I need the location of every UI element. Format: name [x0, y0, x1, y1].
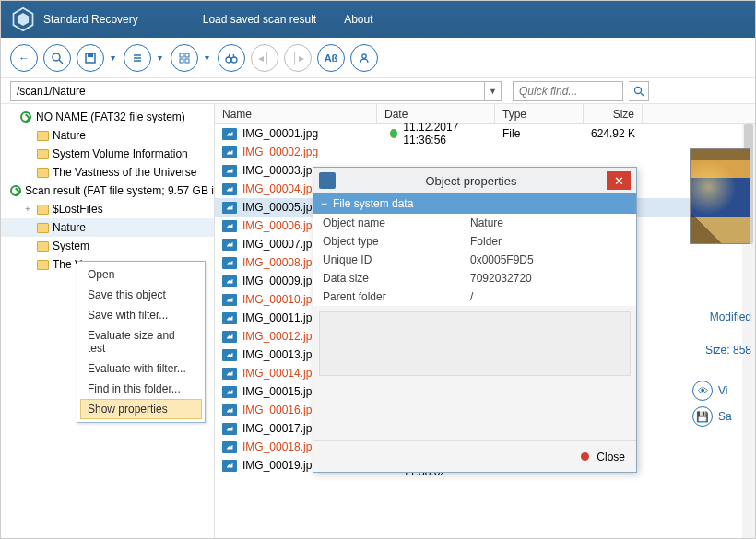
path-dropdown[interactable]: ▼	[485, 81, 502, 101]
preview-thumbnail	[690, 148, 750, 244]
tree-label: Nature	[53, 221, 86, 234]
image-icon	[222, 183, 237, 195]
user-button[interactable]	[350, 44, 378, 72]
tree-item[interactable]: Nature	[1, 126, 214, 145]
search-button[interactable]	[43, 44, 71, 72]
folder-icon	[36, 260, 49, 270]
svg-line-19	[641, 93, 644, 96]
file-name: IMG_00006.jpg	[242, 219, 318, 232]
tree-item[interactable]: Nature	[1, 218, 214, 237]
file-name: IMG_00002.jpg	[242, 146, 318, 158]
tree-item[interactable]: +$LostFiles	[1, 200, 214, 218]
tree-label: System Volume Information	[53, 147, 188, 160]
preview-panel: Modified Size: 858 👁Vi 💾Sa	[685, 143, 755, 432]
props-row: Unique ID0x0005F9D5	[313, 251, 636, 269]
list-dropdown[interactable]	[154, 44, 165, 72]
list-button[interactable]	[124, 44, 151, 72]
quickfind-input[interactable]	[513, 81, 623, 101]
quickfind-button[interactable]	[629, 81, 649, 101]
ctx-item[interactable]: Open	[80, 264, 202, 285]
svg-point-2	[53, 53, 60, 61]
ctx-item[interactable]: Show properties	[80, 399, 202, 419]
tree-item[interactable]: System	[1, 237, 214, 255]
folder-icon	[36, 223, 49, 233]
props-title: Object properties	[336, 174, 607, 188]
tree-label: System	[53, 240, 89, 252]
props-row: Data size7092032720	[313, 269, 636, 287]
image-icon	[222, 220, 237, 232]
col-size[interactable]: Size	[584, 104, 643, 123]
back-button[interactable]: ←	[10, 44, 38, 72]
toolbar: ← ◂│ │▸ Aß	[1, 38, 755, 78]
props-close-button[interactable]: ✕	[607, 171, 631, 190]
tree-item[interactable]: The Vastness of the Universe	[1, 163, 214, 182]
svg-rect-10	[185, 53, 189, 57]
file-name: IMG_00008.jpg	[242, 256, 318, 269]
tree-item[interactable]: NO NAME (FAT32 file system)	[1, 108, 214, 126]
preview-save-button[interactable]: 💾Sa	[685, 406, 755, 427]
image-icon	[222, 349, 237, 361]
file-name: IMG_00007.jpg	[242, 238, 318, 251]
save-dropdown[interactable]	[107, 44, 118, 72]
tree-item[interactable]: System Volume Information	[1, 145, 214, 163]
image-icon	[222, 368, 237, 380]
folder-icon	[36, 241, 49, 252]
props-close-link[interactable]: Close	[597, 451, 625, 463]
preview-view-button[interactable]: 👁Vi	[685, 381, 755, 401]
svg-rect-12	[185, 59, 189, 63]
close-dot-icon	[581, 452, 589, 461]
next-button: │▸	[284, 44, 312, 72]
file-name: IMG_00014.jpg	[242, 367, 318, 380]
grid-dropdown[interactable]	[201, 44, 212, 72]
image-icon	[222, 312, 237, 324]
file-name: IMG_00004.jpg	[242, 182, 318, 195]
image-icon	[222, 404, 237, 416]
ctx-item[interactable]: Find in this folder...	[80, 379, 202, 399]
file-name: IMG_00001.jpg	[242, 127, 318, 140]
tree-item[interactable]: Scan result (FAT file system; 9.57 GB in…	[1, 182, 214, 200]
image-icon	[222, 257, 237, 269]
ctx-item[interactable]: Save with filter...	[80, 305, 202, 325]
svg-rect-11	[180, 59, 183, 63]
svg-rect-9	[180, 53, 183, 57]
col-name[interactable]: Name	[215, 104, 377, 123]
ctx-item[interactable]: Evaluate with filter...	[80, 358, 202, 379]
props-row: Object nameNature	[313, 214, 636, 232]
folder-icon	[36, 168, 49, 178]
ctx-item[interactable]: Evaluate size and test	[80, 325, 202, 358]
disk-icon	[19, 111, 32, 123]
tree-label: The Vastness of the Universe	[53, 166, 197, 179]
props-section-header[interactable]: −File system data	[313, 193, 636, 214]
image-icon	[222, 128, 237, 140]
props-icon	[319, 172, 336, 189]
image-icon	[222, 386, 237, 398]
folder-icon	[36, 131, 49, 141]
svg-marker-1	[18, 13, 29, 26]
menu-about[interactable]: About	[344, 13, 372, 26]
col-type[interactable]: Type	[495, 104, 584, 123]
file-name: IMG_00019.jpg	[242, 459, 318, 472]
image-icon	[222, 239, 237, 251]
grid-button[interactable]	[171, 44, 198, 72]
ctx-item[interactable]: Save this object	[80, 285, 202, 305]
image-icon	[222, 423, 237, 435]
image-icon	[222, 202, 237, 214]
file-name: IMG_00012.jpg	[242, 330, 318, 343]
props-row: Object typeFolder	[313, 232, 636, 251]
props-body: Object nameNatureObject typeFolderUnique…	[313, 214, 636, 306]
binoculars-button[interactable]	[218, 44, 245, 72]
file-name: IMG_00009.jpg	[242, 275, 318, 287]
file-row[interactable]: IMG_00001.jpg11.12.2017 11:36:56File624.…	[215, 124, 755, 143]
file-name: IMG_00003.jpg	[242, 164, 318, 177]
svg-point-17	[362, 53, 366, 57]
save-button[interactable]	[77, 44, 104, 72]
app-header: Standard Recovery Load saved scan result…	[1, 1, 755, 38]
header-menu: Load saved scan result About	[203, 13, 373, 26]
logo-icon	[10, 6, 36, 32]
path-input[interactable]	[10, 81, 485, 101]
menu-load-scan[interactable]: Load saved scan result	[203, 13, 316, 26]
app-title: Standard Recovery	[43, 13, 138, 26]
file-name: IMG_00018.jpg	[242, 440, 318, 453]
case-button[interactable]: Aß	[317, 44, 345, 72]
file-name: IMG_00013.jpg	[242, 348, 318, 361]
